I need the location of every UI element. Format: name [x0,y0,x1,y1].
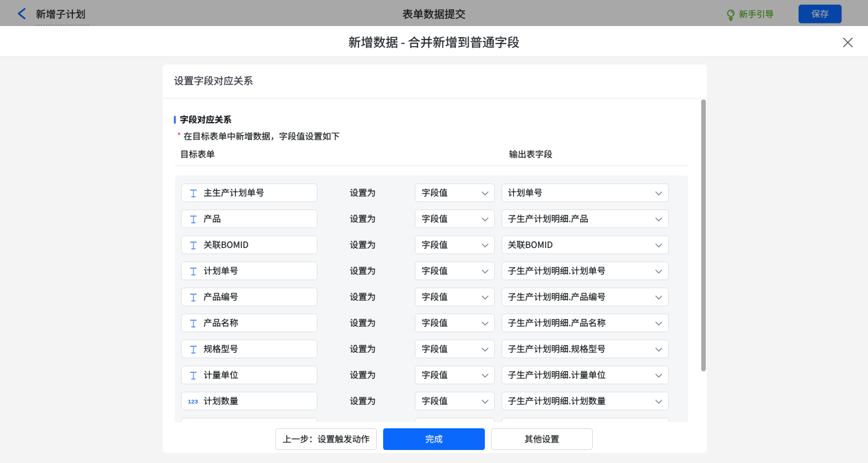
svg-text:123: 123 [188,398,198,405]
